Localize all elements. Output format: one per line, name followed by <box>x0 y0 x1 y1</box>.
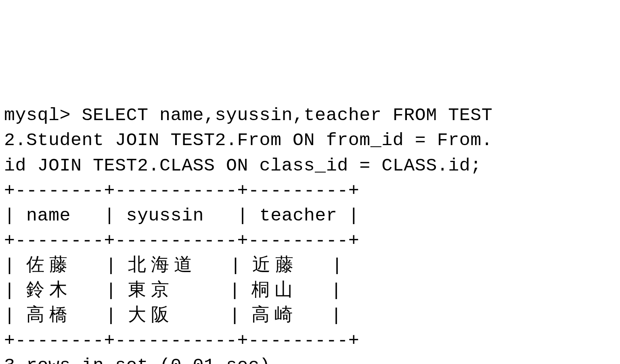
col-teacher-header: teacher <box>260 206 337 226</box>
cell-syussin: 大阪 <box>128 306 174 326</box>
cell-teacher: 桐山 <box>251 281 297 301</box>
query-line-2: 2.Student JOIN TEST2.From ON from_id = F… <box>4 130 492 151</box>
cell-name: 佐藤 <box>26 256 72 276</box>
table-header-row: | name | syussin | teacher | <box>4 206 359 226</box>
cell-teacher: 高崎 <box>251 306 297 326</box>
table-row: | 鈴木 | 東京 | 桐山 | <box>4 281 342 301</box>
query-line-1: mysql> SELECT name,syussin,teacher FROM … <box>4 105 492 126</box>
table-border-mid: +--------+-----------+---------+ <box>4 231 359 251</box>
query-line-3: id JOIN TEST2.CLASS ON class_id = CLASS.… <box>4 156 482 176</box>
col-syussin-header: syussin <box>126 206 204 226</box>
table-row: | 佐藤 | 北海道 | 近藤 | <box>4 256 343 276</box>
cell-syussin: 北海道 <box>128 256 197 276</box>
result-footer: 3 rows in set (0.01 sec) <box>4 356 270 364</box>
cell-name: 鈴木 <box>26 281 72 301</box>
table-border-bottom: +--------+-----------+---------+ <box>4 331 359 351</box>
cell-syussin: 東京 <box>128 281 174 301</box>
table-row: | 高橋 | 大阪 | 高崎 | <box>4 306 342 326</box>
col-name-header: name <box>26 206 71 226</box>
cell-name: 高橋 <box>26 306 72 326</box>
cell-teacher: 近藤 <box>252 256 298 276</box>
table-border-top: +--------+-----------+---------+ <box>4 181 359 201</box>
